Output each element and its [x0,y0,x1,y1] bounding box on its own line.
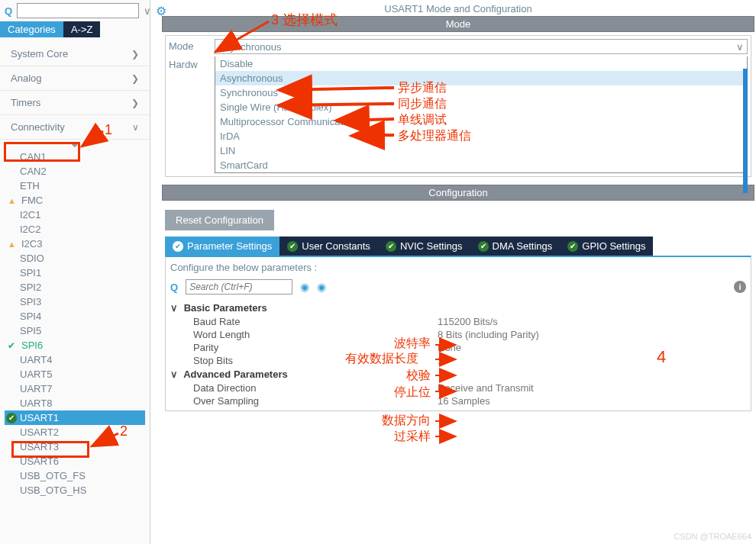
param-row[interactable]: Over Sampling16 Samples [170,394,746,407]
prev-result-icon[interactable]: ◉ [300,281,309,293]
tab-categories[interactable]: Categories [0,21,63,37]
group-analog[interactable]: Analog ❯ [0,66,150,91]
watermark: CSDN @TROAE664 [674,532,751,541]
item-label: USB_OTG_HS [20,484,86,496]
sidebar-item-spi5[interactable]: SPI5 [20,324,150,338]
mode-label: Mode [169,39,215,52]
sidebar-search-row: Q ∨ ⚙ [0,0,150,21]
group-label: Connectivity [11,121,65,133]
param-name: Word Length [193,329,438,340]
param-name: Data Direction [193,382,438,394]
sidebar-item-uart4[interactable]: UART4 [20,352,150,367]
sidebar-item-uart5[interactable]: UART5 [20,367,150,381]
chevron-down-icon: ∨ [736,41,744,53]
mode-option-lin[interactable]: LIN [215,143,747,158]
mode-option-multiprocessor-communication[interactable]: Multiprocessor Communication [215,114,747,129]
item-label: UART5 [20,369,52,380]
sidebar-item-usb_otg_hs[interactable]: USB_OTG_HS [20,483,150,497]
sidebar: Q ∨ ⚙ Categories A->Z System Core ❯ Anal… [0,0,150,544]
item-label: UART4 [20,354,52,365]
param-value: 8 Bits (including Parity) [438,329,539,340]
param-search-input[interactable] [186,279,292,295]
tab-label: User Constants [302,240,370,252]
sidebar-tabs: Categories A->Z [0,21,150,37]
item-label: SPI6 [21,340,43,351]
advanced-params-list: Data DirectionReceive and TransmitOver S… [170,381,746,407]
sidebar-item-eth[interactable]: ETH [20,179,150,193]
sidebar-item-i2c2[interactable]: I2C2 [20,222,150,237]
item-label: I2C2 [20,224,40,235]
item-label: I2C1 [20,209,40,220]
group-label: Timers [11,97,40,108]
item-label: USB_OTG_FS [20,470,86,481]
param-row[interactable]: Baud Rate115200 Bits/s [170,315,746,328]
sidebar-item-uart7[interactable]: UART7 [20,381,150,396]
sidebar-item-sdio[interactable]: SDIO [20,251,150,266]
config-section-header: Configuration [162,185,754,201]
param-row[interactable]: Word Length8 Bits (including Parity) [170,328,746,341]
dropdown-scrollbar[interactable] [743,69,748,193]
mode-panel: Mode Asynchronous ∨ Hardw DisableAsynchr… [165,35,751,177]
mode-option-single-wire-half-duplex-[interactable]: Single Wire (Half-Duplex) [215,100,747,114]
tab-label: NVIC Settings [400,240,463,252]
tab-a-to-z[interactable]: A->Z [63,21,101,37]
config-tab-user-constants[interactable]: ✔User Constants [279,237,378,256]
page-title: USART1 Mode and Configuration [162,0,754,16]
group-timers[interactable]: Timers ❯ [0,91,150,115]
sidebar-item-i2c3[interactable]: ▲I2C3 [20,237,150,251]
item-label: ETH [20,180,40,192]
warning-icon: ▲ [8,240,18,249]
mode-option-irda[interactable]: IrDA [215,129,747,143]
param-row[interactable]: Stop Bits1 [170,354,746,367]
item-label: FMC [21,195,43,206]
sidebar-item-spi1[interactable]: SPI1 [20,266,150,280]
reset-configuration-button[interactable]: Reset Configuration [165,210,274,230]
tab-label: GPIO Settings [582,240,645,252]
mode-option-synchronous[interactable]: Synchronous [215,85,747,100]
sidebar-item-spi4[interactable]: SPI4 [20,309,150,324]
check-icon: ✔ [6,413,17,423]
config-tab-dma-settings[interactable]: ✔DMA Settings [470,237,561,256]
sidebar-item-uart8[interactable]: UART8 [20,396,150,410]
param-value: None [438,342,461,353]
sidebar-item-can2[interactable]: CAN2 [20,164,150,179]
sidebar-item-usart2[interactable]: USART2 [20,425,150,439]
sidebar-item-usb_otg_fs[interactable]: USB_OTG_FS [20,468,150,483]
item-label: SPI5 [20,325,41,336]
chevron-down-icon: ∨ [132,122,139,133]
item-label: SPI3 [20,296,41,307]
item-label: UART7 [20,383,52,394]
sidebar-item-usart1[interactable]: ✔USART1 [5,410,145,425]
mode-option-smartcard[interactable]: SmartCard [215,158,747,172]
dropdown-chevron-icon[interactable]: ∨ [144,5,151,17]
sidebar-search-input[interactable] [17,3,139,18]
group-system-core[interactable]: System Core ❯ [0,42,150,66]
basic-params-list: Baud Rate115200 Bits/sWord Length8 Bits … [170,315,746,367]
info-icon[interactable]: i [734,281,746,293]
group-connectivity[interactable]: Connectivity ∨ [0,115,150,140]
param-value: Receive and Transmit [438,382,534,394]
sidebar-item-spi6[interactable]: ✔SPI6 [20,338,150,352]
expand-icon: ∨ [170,302,181,314]
param-row[interactable]: ParityNone [170,341,746,354]
expand-icon: ∨ [170,369,181,380]
config-tab-parameter-settings[interactable]: ✔Parameter Settings [165,237,279,256]
sidebar-item-spi2[interactable]: SPI2 [20,280,150,295]
advanced-parameters-group[interactable]: ∨ Advanced Parameters [170,367,746,381]
mode-section-header: Mode [162,16,754,32]
mode-dropdown[interactable]: DisableAsynchronousSynchronousSingle Wir… [215,56,748,173]
check-icon: ✔ [8,340,18,351]
chevron-right-icon: ❯ [131,98,139,108]
mode-select[interactable]: Asynchronous ∨ [215,39,748,54]
config-tabs: ✔Parameter Settings✔User Constants✔NVIC … [165,237,751,256]
next-result-icon[interactable]: ◉ [317,281,326,293]
config-tab-gpio-settings[interactable]: ✔GPIO Settings [560,237,653,256]
param-row[interactable]: Data DirectionReceive and Transmit [170,381,746,394]
config-tab-nvic-settings[interactable]: ✔NVIC Settings [378,237,470,256]
basic-parameters-group[interactable]: ∨ Basic Parameters [170,301,746,315]
sidebar-item-i2c1[interactable]: I2C1 [20,208,150,222]
mode-option-asynchronous[interactable]: Asynchronous [215,71,747,85]
annotation-box-usart1 [11,441,89,458]
sidebar-item-spi3[interactable]: SPI3 [20,295,150,309]
sidebar-item-fmc[interactable]: ▲FMC [20,193,150,208]
